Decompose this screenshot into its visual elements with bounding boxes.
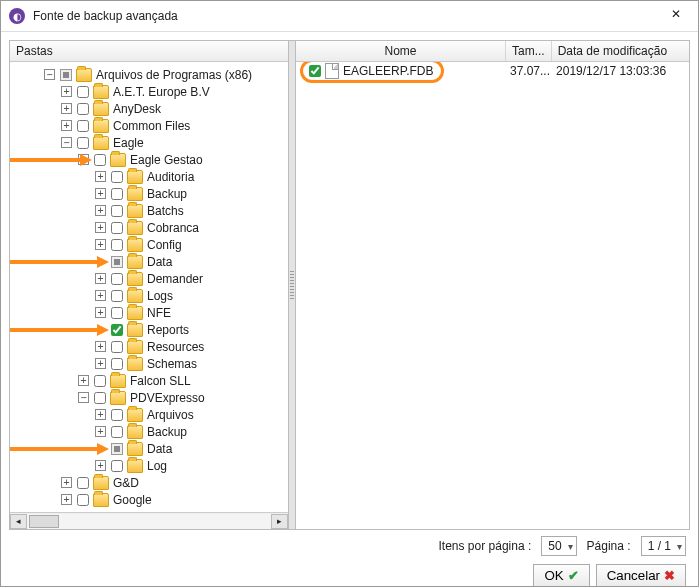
file-icon <box>325 63 339 79</box>
folder-label: Google <box>113 493 152 507</box>
expand-icon[interactable]: + <box>95 290 106 301</box>
checkbox[interactable] <box>111 273 123 285</box>
checkbox[interactable] <box>111 426 123 438</box>
collapse-icon[interactable]: − <box>44 69 55 80</box>
collapse-icon[interactable]: − <box>78 154 89 165</box>
ok-button[interactable]: OK ✔ <box>533 564 589 587</box>
expand-icon[interactable]: + <box>95 307 106 318</box>
scroll-thumb[interactable] <box>29 515 59 528</box>
tree-row[interactable]: Reports <box>10 321 288 338</box>
checkbox-mixed[interactable] <box>111 256 123 268</box>
expand-icon[interactable]: + <box>61 86 72 97</box>
expand-icon[interactable]: + <box>78 375 89 386</box>
cancel-button[interactable]: Cancelar ✖ <box>596 564 686 587</box>
checkbox[interactable] <box>111 341 123 353</box>
tree-row[interactable]: Data <box>10 440 288 457</box>
expand-icon[interactable]: + <box>95 273 106 284</box>
checkbox[interactable] <box>111 324 123 336</box>
tree-row[interactable]: +AnyDesk <box>10 100 288 117</box>
folder-icon <box>127 425 143 439</box>
expand-icon[interactable]: + <box>95 358 106 369</box>
expand-icon[interactable]: + <box>95 341 106 352</box>
tree-row[interactable]: +Google <box>10 491 288 508</box>
tree-row[interactable]: +Common Files <box>10 117 288 134</box>
folder-hscroll[interactable]: ◂ ▸ <box>10 512 288 529</box>
checkbox[interactable] <box>111 188 123 200</box>
tree-row[interactable]: +Cobranca <box>10 219 288 236</box>
scroll-left-button[interactable]: ◂ <box>10 514 27 529</box>
expand-icon[interactable]: + <box>95 409 106 420</box>
col-date[interactable]: Data de modificação <box>552 41 689 61</box>
page-select[interactable]: 1 / 1 <box>641 536 686 556</box>
checkbox[interactable] <box>111 460 123 472</box>
checkbox[interactable] <box>77 103 89 115</box>
tree-row[interactable]: +G&D <box>10 474 288 491</box>
checkbox[interactable] <box>111 290 123 302</box>
expand-icon[interactable]: + <box>95 188 106 199</box>
checkbox-mixed[interactable] <box>60 69 72 81</box>
tree-row[interactable]: +Log <box>10 457 288 474</box>
items-per-page-select[interactable]: 50 <box>541 536 576 556</box>
file-row[interactable]: EAGLEERP.FDB37.07...2019/12/17 13:03:36 <box>296 62 689 80</box>
tree-row[interactable]: +Batchs <box>10 202 288 219</box>
checkbox[interactable] <box>111 307 123 319</box>
expand-icon[interactable]: + <box>95 171 106 182</box>
col-folders[interactable]: Pastas <box>10 41 288 61</box>
expand-icon[interactable]: + <box>61 120 72 131</box>
tree-row[interactable]: +Falcon SLL <box>10 372 288 389</box>
checkbox[interactable] <box>77 477 89 489</box>
pane-splitter[interactable] <box>288 41 296 529</box>
tree-row[interactable]: −Eagle <box>10 134 288 151</box>
tree-row[interactable]: +Schemas <box>10 355 288 372</box>
checkbox[interactable] <box>111 358 123 370</box>
col-size[interactable]: Tam... <box>506 41 552 61</box>
expand-icon[interactable]: + <box>95 426 106 437</box>
checkbox[interactable] <box>111 409 123 421</box>
expand-icon[interactable]: + <box>61 103 72 114</box>
checkbox[interactable] <box>77 86 89 98</box>
tree-row[interactable]: Data <box>10 253 288 270</box>
folder-label: Config <box>147 238 182 252</box>
tree-row[interactable]: +Demander <box>10 270 288 287</box>
expand-icon[interactable]: + <box>61 494 72 505</box>
file-checkbox[interactable] <box>309 65 321 77</box>
collapse-icon[interactable]: − <box>78 392 89 403</box>
scroll-right-button[interactable]: ▸ <box>271 514 288 529</box>
checkbox[interactable] <box>94 154 106 166</box>
tree-row[interactable]: +Auditoria <box>10 168 288 185</box>
tree-row[interactable]: +Logs <box>10 287 288 304</box>
folder-tree-scroll[interactable]: −Arquivos de Programas (x86)+A.E.T. Euro… <box>10 62 288 512</box>
expand-icon[interactable]: + <box>95 205 106 216</box>
tree-row[interactable]: +A.E.T. Europe B.V <box>10 83 288 100</box>
expand-icon[interactable]: + <box>61 477 72 488</box>
tree-row[interactable]: +NFE <box>10 304 288 321</box>
scroll-track[interactable] <box>27 514 271 529</box>
close-button[interactable]: ✕ <box>662 7 690 25</box>
checkbox-mixed[interactable] <box>111 443 123 455</box>
checkbox[interactable] <box>94 392 106 404</box>
expand-icon[interactable]: + <box>95 460 106 471</box>
split-panes: Pastas −Arquivos de Programas (x86)+A.E.… <box>9 40 690 530</box>
checkbox[interactable] <box>111 205 123 217</box>
checkbox[interactable] <box>111 222 123 234</box>
tree-row[interactable]: +Backup <box>10 423 288 440</box>
tree-row[interactable]: −Arquivos de Programas (x86) <box>10 66 288 83</box>
tree-row[interactable]: −Eagle Gestao <box>10 151 288 168</box>
expand-icon[interactable]: + <box>95 222 106 233</box>
tree-row[interactable]: +Backup <box>10 185 288 202</box>
checkbox[interactable] <box>77 120 89 132</box>
tree-row[interactable]: −PDVExpresso <box>10 389 288 406</box>
checkbox[interactable] <box>111 239 123 251</box>
checkbox[interactable] <box>94 375 106 387</box>
tree-row[interactable]: +Resources <box>10 338 288 355</box>
folder-icon <box>127 459 143 473</box>
expand-icon[interactable]: + <box>95 239 106 250</box>
checkbox[interactable] <box>77 137 89 149</box>
folder-icon <box>93 493 109 507</box>
col-name[interactable]: Nome <box>296 41 506 61</box>
checkbox[interactable] <box>77 494 89 506</box>
tree-row[interactable]: +Config <box>10 236 288 253</box>
collapse-icon[interactable]: − <box>61 137 72 148</box>
checkbox[interactable] <box>111 171 123 183</box>
tree-row[interactable]: +Arquivos <box>10 406 288 423</box>
